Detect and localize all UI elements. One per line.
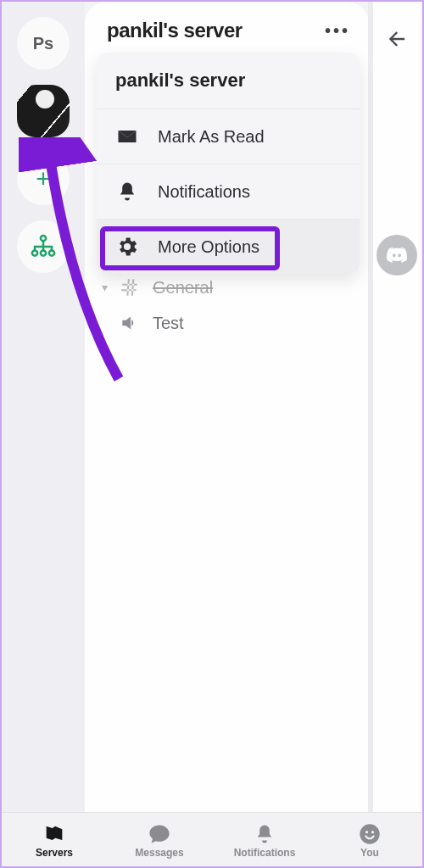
gear-icon (115, 235, 139, 259)
category-caret-icon: ▾ (102, 281, 114, 294)
server-menu-button[interactable]: ••• (325, 21, 350, 41)
bell-icon (253, 821, 276, 847)
panel-header[interactable]: pankil's server ••• (85, 10, 369, 49)
tab-label: You (360, 847, 379, 859)
servers-icon (42, 821, 66, 847)
server-rail: Ps + (2, 2, 85, 815)
hub-icon (31, 234, 56, 259)
tab-label: Notifications (234, 847, 296, 859)
bell-icon (115, 180, 139, 203)
svg-point-4 (360, 824, 379, 843)
context-menu-title: pankil's server (97, 53, 360, 109)
svg-point-1 (32, 250, 37, 255)
back-button[interactable] (386, 27, 410, 57)
student-hub-button[interactable] (17, 220, 70, 273)
svg-point-6 (371, 831, 374, 833)
chat-icon (148, 821, 171, 847)
menu-label: More Options (158, 237, 259, 257)
hash-icon (119, 276, 141, 298)
svg-point-5 (365, 831, 368, 833)
tab-label: Servers (36, 847, 73, 859)
arrow-left-icon (386, 27, 410, 51)
channel-label: Test (153, 314, 184, 333)
smiley-icon (358, 821, 382, 847)
menu-more-options[interactable]: More Options (97, 220, 360, 274)
avatar-image (17, 85, 70, 137)
server-context-menu: pankil's server Mark As Read Notificatio… (97, 53, 360, 274)
svg-point-3 (49, 250, 54, 255)
server-avatar-pankil[interactable] (17, 85, 70, 137)
speaker-icon (119, 312, 141, 334)
channel-test[interactable]: ▾ Test (85, 305, 369, 341)
menu-label: Mark As Read (158, 127, 265, 147)
menu-mark-as-read[interactable]: Mark As Read (97, 109, 360, 164)
tab-notifications[interactable]: Notifications (212, 813, 317, 866)
dm-home-initials: Ps (33, 34, 53, 53)
tab-you[interactable]: You (317, 813, 422, 866)
svg-point-0 (41, 236, 46, 241)
plus-icon: + (36, 164, 51, 193)
tab-messages[interactable]: Messages (107, 813, 212, 866)
menu-notifications[interactable]: Notifications (97, 164, 360, 220)
tab-label: Messages (135, 847, 183, 859)
svg-point-2 (41, 250, 46, 255)
tab-servers[interactable]: Servers (2, 813, 107, 866)
discord-icon (385, 243, 409, 267)
channel-general[interactable]: ▾ General (85, 270, 369, 305)
channel-label: General (153, 278, 213, 298)
dm-home-button[interactable]: Ps (17, 17, 70, 70)
menu-label: Notifications (158, 182, 250, 202)
bottom-tab-bar: Servers Messages Notifications You (2, 812, 422, 866)
chat-sliver (368, 2, 421, 815)
discord-logo-bubble (377, 235, 417, 275)
mail-icon (115, 125, 139, 148)
server-title: pankil's server (107, 19, 243, 42)
add-server-button[interactable]: + (17, 153, 70, 205)
